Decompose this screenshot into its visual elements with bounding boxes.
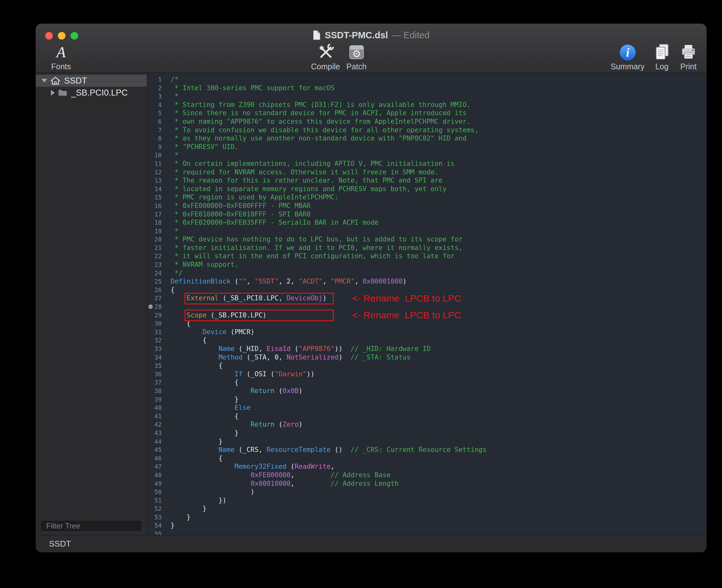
code-text[interactable]: } (164, 429, 238, 437)
print-label: Print (680, 62, 696, 70)
code-text[interactable]: { (164, 361, 222, 370)
code-text[interactable]: * PMC region is used by AppleIntelPCHPMC… (164, 193, 339, 202)
code-text[interactable]: Memory32Fixed (ReadWrite, (164, 462, 335, 471)
line-number: 26 (147, 286, 164, 294)
code-text[interactable]: External (_SB_.PCI0.LPC, DeviceObj) (164, 294, 326, 302)
compile-button[interactable]: Compile (311, 40, 340, 70)
disclosure-collapsed-icon[interactable] (51, 90, 55, 96)
code-line: 4 * Starting from Z390 chipsets PMC (D31… (147, 101, 706, 109)
code-text[interactable]: * On certain implementations, including … (164, 160, 455, 168)
code-editor[interactable]: 1/*2 * Intel 300-series PMC support for … (147, 73, 706, 535)
code-text[interactable]: * Since there is no standard device for … (164, 109, 467, 118)
code-text[interactable]: * PMC device has nothing to do to LPC bu… (164, 235, 463, 244)
code-text[interactable]: { (164, 378, 238, 387)
code-text[interactable]: { (164, 454, 222, 463)
code-text[interactable]: * Intel 300-series PMC support for macOS (164, 84, 335, 92)
window-edited-label: — Edited (392, 30, 429, 41)
print-button[interactable]: Print (679, 40, 698, 70)
code-line: 17 * 0xFE010000~0xFE010FFF - SPI BAR0 (147, 210, 706, 219)
summary-button[interactable]: i Summary (611, 40, 644, 70)
code-text[interactable]: { (164, 319, 190, 328)
sidebar-item-ssdt[interactable]: SSDT (36, 75, 147, 87)
log-button[interactable]: Log (653, 40, 671, 70)
code-text[interactable]: * (164, 92, 178, 101)
code-text[interactable]: */ (164, 269, 183, 277)
code-text[interactable]: * "PCHRESV" UID. (164, 143, 238, 151)
code-text[interactable]: } (164, 504, 207, 513)
code-text[interactable]: * Starting from Z390 chipsets PMC (D31:F… (164, 101, 470, 109)
svg-text:i: i (626, 46, 629, 59)
code-text[interactable]: { (164, 336, 207, 344)
line-number: 39 (147, 395, 164, 404)
code-text[interactable]: } (164, 437, 222, 446)
code-text[interactable]: * faster initialisation. If we add it to… (164, 244, 463, 252)
code-line: 10 * (147, 151, 706, 160)
code-text[interactable]: } (164, 521, 175, 530)
desktop-background: SSDT-PMC.dsl — Edited A Fonts (0, 0, 722, 588)
code-line: 47 Memory32Fixed (ReadWrite, (147, 462, 706, 471)
line-number: 6 (147, 118, 164, 126)
window-title: SSDT-PMC.dsl — Edited (36, 29, 706, 41)
code-text[interactable]: Return (0x0B) (164, 387, 302, 395)
code-line: 32 { (147, 336, 706, 344)
fonts-button[interactable]: A Fonts (46, 40, 76, 70)
window-titlebar[interactable]: SSDT-PMC.dsl — Edited A Fonts (36, 24, 706, 73)
code-text[interactable]: * 0xFE020000~0xFE035FFF - SerialIo BAR i… (164, 218, 378, 227)
line-number: 15 (147, 193, 164, 202)
code-text[interactable]: * required for NVRAM access. Otherwise i… (164, 168, 439, 176)
code-text[interactable]: * To avoid confusion we disable this dev… (164, 126, 479, 134)
line-number: 35 (147, 361, 164, 370)
code-text[interactable]: Return (Zero) (164, 420, 302, 429)
filter-tree-field[interactable] (40, 520, 142, 532)
log-label: Log (655, 62, 668, 70)
code-text[interactable]: * as they normally use another non-stand… (164, 134, 467, 143)
code-text[interactable] (164, 530, 171, 535)
line-number: 36 (147, 370, 164, 378)
sidebar-item-sb-pci0-lpc[interactable]: _SB.PCI0.LPC (36, 87, 147, 99)
code-text[interactable]: Method (_STA, 0, NotSerialized) // _STA:… (164, 353, 411, 362)
code-line: 21 * faster initialisation. If we add it… (147, 244, 706, 252)
line-number: 31 (147, 328, 164, 336)
code-text[interactable]: }) (164, 496, 227, 505)
code-text[interactable]: { (164, 286, 175, 294)
code-text[interactable]: * located in separate memory regions and… (164, 185, 446, 193)
code-line: 2 * Intel 300-series PMC support for mac… (147, 84, 706, 92)
code-text[interactable]: { (164, 412, 238, 421)
code-text[interactable]: } (164, 395, 238, 404)
code-text[interactable]: } (164, 513, 190, 522)
code-text[interactable]: ) (164, 488, 255, 496)
patch-button[interactable]: ⚙ Patch (346, 40, 367, 70)
line-number: 25 (147, 277, 164, 286)
code-text[interactable]: 0x00010000, // Address Length (164, 480, 399, 488)
code-text[interactable]: * own naming "APP9876" to access this de… (164, 118, 470, 126)
code-text[interactable]: If (_OSI ("Darwin")) (164, 370, 315, 378)
code-text[interactable]: * The reason for this is rather unclear.… (164, 176, 443, 185)
code-text[interactable]: * (164, 151, 178, 160)
code-text[interactable]: * 0xFE010000~0xFE010FFF - SPI BAR0 (164, 210, 311, 219)
disclosure-expanded-icon[interactable] (41, 79, 47, 83)
compile-tools-icon (316, 43, 335, 61)
code-text[interactable]: Else (164, 403, 251, 412)
code-line: 39 } (147, 395, 706, 404)
code-text[interactable]: * it will start in the end of PCI config… (164, 252, 455, 260)
summary-info-icon: i (619, 43, 637, 61)
code-line: 40 Else (147, 403, 706, 412)
line-number: 23 (147, 260, 164, 269)
line-number: 32 (147, 336, 164, 344)
code-text[interactable]: * NVRAM support. (164, 260, 238, 269)
line-number: 54 (147, 521, 164, 530)
code-line: 51 }) (147, 496, 706, 505)
code-text[interactable]: Device (PMCR) (164, 328, 255, 336)
code-text[interactable]: DefinitionBlock ("", "SSDT", 2, "ACDT", … (164, 277, 407, 286)
code-text[interactable]: Name (_CRS, ResourceTemplate () // _CRS:… (164, 446, 487, 454)
code-line: 37 { (147, 378, 706, 387)
code-text[interactable]: /* (164, 75, 178, 84)
code-text[interactable]: Scope (_SB.PCI0.LPC) (164, 311, 267, 320)
line-number: 46 (147, 454, 164, 463)
code-text[interactable]: * 0xFE000000~0xFE00FFFF - PMC MBAR (164, 202, 311, 210)
code-text[interactable]: Name (_HID, EisaId ("APP9876")) // _HID:… (164, 344, 431, 353)
code-text[interactable]: 0xFE000000, // Address Base (164, 471, 390, 480)
code-text[interactable] (164, 302, 171, 311)
code-text[interactable]: * (164, 227, 178, 235)
filter-tree-input[interactable] (46, 522, 144, 530)
